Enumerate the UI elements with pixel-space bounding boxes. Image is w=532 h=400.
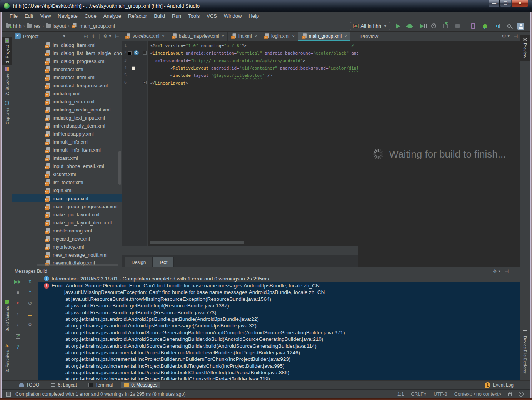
tab-close-icon[interactable]: × [162,34,164,38]
tab-close-icon[interactable]: × [255,34,257,38]
tree-item-imdialog-text-input-xml[interactable]: <>imdialog_text_input.xml [12,114,122,122]
tab-close-icon[interactable]: × [344,34,347,38]
menu-edit[interactable]: Edit [21,12,37,20]
collapse-all-icon[interactable]: ⇞ [27,289,33,295]
encoding-indicator[interactable]: UTF-8 [434,392,447,397]
code-line[interactable]: 3 xmlns:android="http://schemas.android.… [122,57,358,65]
sdk-manager-button[interactable] [481,22,489,30]
stack-line[interactable]: at org.jetbrains.jps.incremental.IncProj… [38,356,520,362]
menu-help[interactable]: Help [245,12,262,20]
build-info-row[interactable]: ! Information: 2018/5/23 18:01 - Compila… [38,275,520,282]
tool-tab-project[interactable]: 1: Project [2,37,12,65]
tree-item-imcontact-item-xml[interactable]: <>imcontact_item.xml [12,73,122,81]
menu-window[interactable]: Window [220,12,245,20]
stack-line[interactable]: at org.jetbrains.jps.android.AndroidSour… [38,343,520,349]
tree-item-imdialog-extra-xml[interactable]: <>imdialog_extra.xml [12,98,122,106]
gutter-badge-icon[interactable]: C [134,50,139,55]
tree-item-make-pic-layout-item-xml[interactable]: <>make_pic_layout_item.xml [12,219,122,227]
profile-avatar[interactable] [517,22,525,30]
stack-line[interactable]: at org.jetbrains.jps.incremental.IncProj… [38,376,520,380]
stack-line[interactable]: at java.util.ResourceBundle.throwMissing… [38,296,520,302]
menu-refactor[interactable]: Refactor [125,12,150,20]
tree-item-im-dialog-list-item-single-choice[interactable]: <>im_dialog_list_item_single_choice [12,49,122,57]
code-line[interactable]: 1<?xml version="1.0" encoding="utf-8"?> [122,42,358,50]
menu-code[interactable]: Code [81,12,100,20]
preview-settings-gear-icon[interactable]: ⚙▼ [502,33,510,39]
project-tree-vertical-scrollbar[interactable] [118,151,121,185]
fold-marker-icon[interactable]: − [143,51,147,55]
tree-item-kickoff-xml[interactable]: <>kickoff.xml [12,170,122,178]
editor-tab-main-group-xml[interactable]: <>main_group.xml× [298,32,350,41]
tool-tab-captures[interactable]: Captures [2,98,12,128]
previous-message-button[interactable]: ↑ [15,311,21,317]
tree-item-mycard-new-xml[interactable]: <>mycard_new.xml [12,235,122,243]
stack-line[interactable]: at org.jetbrains.jps.incremental.IncProj… [38,363,520,369]
avd-manager-button[interactable] [469,22,477,30]
tree-item-im-dialog-item-xml[interactable]: <>im_dialog_item.xml [12,41,122,49]
editor-tab-im-xml[interactable]: <>im.xml× [228,32,260,41]
breadcrumb-item-layout[interactable]: layout [46,23,66,29]
tree-item-imtoast-xml[interactable]: <>imtoast.xml [12,154,122,162]
debug-button[interactable] [405,22,414,30]
profiler-button[interactable] [429,22,438,30]
close-button[interactable]: ✕ [512,0,528,7]
tree-item-list-footer-xml[interactable]: <>list_footer.xml [12,178,122,186]
tree-item-imdialog-media-input-xml[interactable]: <>imdialog_media_input.xml [12,106,122,114]
stack-line[interactable]: at java.util.ResourceBundle.getBundle(Re… [38,309,520,316]
title-bar[interactable]: hhh [C:\Users\hp\Desktop\hhh] - ...\res\… [0,0,532,12]
code-line[interactable]: 2C−<LinearLayout android:orientation="ve… [122,50,358,57]
expand-all-icon[interactable]: ⇳ [27,279,33,285]
jump-to-source-button[interactable] [15,333,21,339]
tab-close-icon[interactable]: × [222,34,224,38]
run-with-coverage-button[interactable] [417,22,426,30]
project-tree[interactable]: <>im_dialog_item.xml<>im_dialog_list_ite… [12,41,122,267]
menu-run[interactable]: Run [168,12,185,20]
tool-tab-device-file-explorer[interactable]: Device File Explorer [520,327,530,377]
project-tree-horizontal-scrollbar[interactable] [37,264,118,266]
tree-item-myprivacy-xml[interactable]: <>myprivacy.xml [12,243,122,251]
tool-window-button-6-logcat[interactable]: 6: Logcat [48,382,80,388]
tree-item-im-dialog-progress-xml[interactable]: <>im_dialog_progress.xml [12,57,122,65]
tree-item-imdialog-xml[interactable]: <>imdialog.xml [12,90,122,98]
breadcrumb-item-res[interactable]: res [27,23,40,29]
tree-item-login-xml[interactable]: <>login.xml [12,186,122,194]
editor-horizontal-scrollbar[interactable] [150,241,244,244]
tree-item-input-phone-email-xml[interactable]: <>input_phone_email.xml [12,162,122,170]
locate-file-icon[interactable]: ◎ [84,33,88,39]
run-button[interactable] [394,22,402,30]
tree-item-imfriendsapply-xml[interactable]: <>imfriendsapply.xml [12,130,122,138]
hide-warnings-icon[interactable]: ⊘ [27,300,33,306]
color-preview-swatch[interactable] [132,66,135,70]
tree-item-make-pic-layout-xml[interactable]: <>make_pic_layout.xml [12,211,122,219]
stop-build-button[interactable]: ■ [15,289,21,295]
stack-line[interactable]: !Error: Android Source Generator: Error:… [38,282,520,289]
run-configuration-selector[interactable]: All in hhh ▼ [350,22,390,30]
color-preview-swatch[interactable] [128,51,132,55]
stack-line[interactable]: at org.jetbrains.jps.incremental.IncProj… [38,349,520,356]
context-indicator[interactable]: Context: <no context> [454,392,501,397]
project-settings-gear-icon[interactable]: ⚙▼ [103,33,112,39]
menu-file[interactable]: File [6,12,21,20]
caret-position[interactable]: 1:1 [397,392,404,397]
tree-item-new-message-notifi-xml[interactable]: <>new_message_notifi.xml [12,251,122,259]
tree-item-imcontact-longpress-xml[interactable]: <>imcontact_longpress.xml [12,81,122,90]
minimize-button[interactable]: — [489,0,500,7]
rerun-build-button[interactable]: ▶▶ [15,279,21,285]
tool-window-button-todo[interactable]: TODO [16,382,42,388]
tree-item-mobilemanag-xml[interactable]: <>mobilemanag.xml [12,227,122,235]
tool-tab-structure[interactable]: 7: Structure [2,66,12,96]
maximize-button[interactable]: ❐ [500,0,511,7]
tree-item-main-group-progressbar-xml[interactable]: <>main_group_progressbar.xml [12,202,122,211]
error-selection-block[interactable]: !Error: Android Source Generator: Error:… [38,282,520,380]
filter-settings-icon[interactable]: ⚙ [27,322,33,328]
tree-item-immulti-info-item-xml[interactable]: <>immulti_info_item.xml [12,146,122,154]
lock-icon[interactable] [508,393,512,396]
tab-text[interactable]: Text [152,257,174,267]
code-line[interactable]: 6−</LinearLayout> [122,79,358,86]
close-panel-button[interactable]: ✕ [15,300,21,306]
stack-line[interactable]: at org.jetbrains.jps.android.AndroidSour… [38,329,520,336]
attach-debugger-button[interactable] [441,22,450,30]
code-line[interactable]: 4 <RelativeLayout android:id="@id/contai… [122,65,358,72]
tool-window-toggle-icon[interactable] [6,392,11,397]
help-button[interactable]: ? [15,344,21,350]
